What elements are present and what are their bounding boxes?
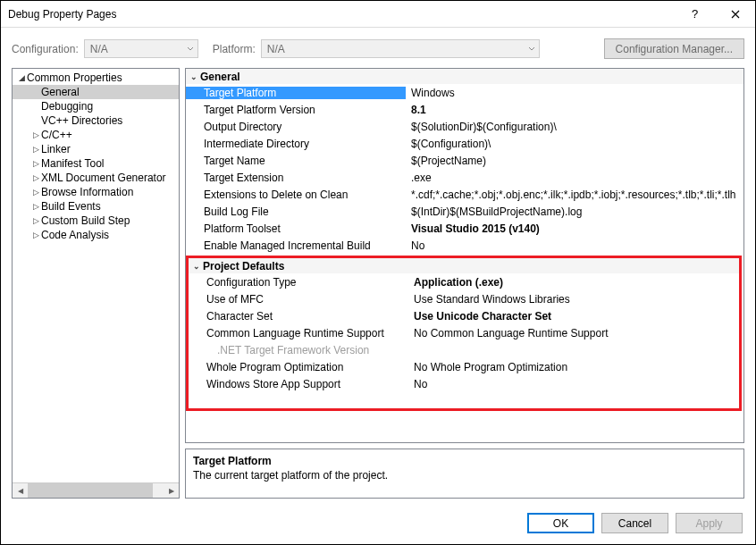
platform-combo: N/A	[261, 39, 540, 58]
tree-item-vcpp-directories[interactable]: VC++ Directories	[13, 113, 179, 128]
cancel-button[interactable]: Cancel	[601, 513, 668, 533]
tree-item-general[interactable]: General	[13, 85, 179, 99]
tree-item-browse-information[interactable]: ▷Browse Information	[13, 185, 179, 199]
prop-clr-support[interactable]: Common Language Runtime SupportNo Common…	[189, 324, 739, 341]
chevron-down-icon	[528, 46, 535, 53]
collapse-icon[interactable]: ⌄	[190, 262, 203, 271]
prop-build-log-file[interactable]: Build Log File$(IntDir)$(MSBuildProjectN…	[186, 203, 743, 220]
property-panel: ⌄General Target PlatformWindows Target P…	[185, 68, 744, 499]
configuration-manager-button[interactable]: Configuration Manager...	[604, 38, 744, 59]
prop-target-platform[interactable]: Target PlatformWindows	[186, 84, 743, 101]
description-heading: Target Platform	[193, 455, 736, 467]
scroll-left-icon[interactable]: ◀	[13, 483, 28, 499]
prop-intermediate-directory[interactable]: Intermediate Directory$(Configuration)\	[186, 135, 743, 152]
tree-item-linker[interactable]: ▷Linker	[13, 142, 179, 156]
main-area: ◢ Common Properties General Debugging VC…	[1, 68, 755, 504]
category-general[interactable]: ⌄General	[186, 69, 743, 84]
tree-item-build-events[interactable]: ▷Build Events	[13, 199, 179, 214]
prop-platform-toolset[interactable]: Platform ToolsetVisual Studio 2015 (v140…	[186, 220, 743, 237]
prop-target-extension[interactable]: Target Extension.exe	[186, 169, 743, 186]
scroll-thumb[interactable]	[28, 483, 153, 499]
close-icon	[731, 10, 740, 19]
prop-net-target-framework[interactable]: .NET Target Framework Version	[189, 341, 739, 358]
platform-label: Platform:	[213, 43, 256, 55]
dialog-button-row: OK Cancel Apply	[1, 504, 755, 544]
close-button[interactable]	[715, 1, 755, 28]
chevron-down-icon	[187, 46, 194, 53]
ok-button[interactable]: OK	[527, 513, 594, 533]
collapse-icon[interactable]: ⌄	[188, 72, 200, 81]
expand-icon[interactable]: ▷	[30, 173, 41, 182]
prop-use-of-mfc[interactable]: Use of MFCUse Standard Windows Libraries	[189, 290, 739, 307]
tree-item-code-analysis[interactable]: ▷Code Analysis	[13, 228, 179, 242]
collapse-icon[interactable]: ◢	[16, 73, 27, 82]
description-panel: Target Platform The current target platf…	[185, 449, 744, 499]
expand-icon[interactable]: ▷	[30, 231, 41, 239]
config-bar: Configuration: N/A Platform: N/A Configu…	[1, 28, 755, 68]
window-title: Debug Property Pages	[8, 8, 675, 21]
tree-panel: ◢ Common Properties General Debugging VC…	[12, 68, 180, 499]
description-body: The current target platform of the proje…	[193, 469, 736, 482]
prop-managed-incremental-build[interactable]: Enable Managed Incremental BuildNo	[186, 237, 743, 254]
category-project-defaults[interactable]: ⌄Project Defaults	[189, 258, 739, 273]
prop-whole-program-optimization[interactable]: Whole Program OptimizationNo Whole Progr…	[189, 358, 739, 375]
prop-character-set[interactable]: Character SetUse Unicode Character Set	[189, 307, 739, 324]
prop-output-directory[interactable]: Output Directory$(SolutionDir)$(Configur…	[186, 118, 743, 135]
help-button[interactable]: ?	[675, 1, 715, 28]
expand-icon[interactable]: ▷	[30, 130, 41, 139]
expand-icon[interactable]: ▷	[30, 202, 41, 211]
property-grid[interactable]: ⌄General Target PlatformWindows Target P…	[185, 68, 744, 443]
tree-item-xml-doc-generator[interactable]: ▷XML Document Generator	[13, 171, 179, 185]
tree-item-custom-build-step[interactable]: ▷Custom Build Step	[13, 214, 179, 228]
configuration-label: Configuration:	[12, 43, 79, 55]
apply-button[interactable]: Apply	[676, 513, 743, 533]
tree-item-debugging[interactable]: Debugging	[13, 99, 179, 113]
prop-configuration-type[interactable]: Configuration TypeApplication (.exe)	[189, 273, 739, 290]
prop-windows-store-app-support[interactable]: Windows Store App SupportNo	[189, 375, 739, 392]
platform-value: N/A	[267, 43, 285, 55]
expand-icon[interactable]: ▷	[30, 188, 41, 197]
tree-horizontal-scrollbar[interactable]: ◀ ▶	[13, 482, 179, 498]
tree-root-label: Common Properties	[27, 71, 122, 84]
prop-target-name[interactable]: Target Name$(ProjectName)	[186, 152, 743, 169]
highlight-annotation: ⌄Project Defaults Configuration TypeAppl…	[186, 256, 742, 411]
tree-root[interactable]: ◢ Common Properties	[13, 71, 179, 85]
scroll-right-icon[interactable]: ▶	[164, 483, 179, 499]
prop-target-platform-version[interactable]: Target Platform Version8.1	[186, 101, 743, 118]
property-tree[interactable]: ◢ Common Properties General Debugging VC…	[13, 69, 179, 482]
configuration-combo: N/A	[84, 39, 198, 58]
configuration-value: N/A	[90, 43, 108, 55]
expand-icon[interactable]: ▷	[30, 159, 41, 168]
expand-icon[interactable]: ▷	[30, 145, 41, 154]
expand-icon[interactable]: ▷	[30, 216, 41, 225]
prop-extensions-delete-clean[interactable]: Extensions to Delete on Clean*.cdf;*.cac…	[186, 186, 743, 203]
scroll-track[interactable]	[28, 483, 164, 499]
tree-item-manifest-tool[interactable]: ▷Manifest Tool	[13, 156, 179, 171]
tree-item-c-cpp[interactable]: ▷C/C++	[13, 128, 179, 142]
titlebar: Debug Property Pages ?	[1, 1, 755, 28]
